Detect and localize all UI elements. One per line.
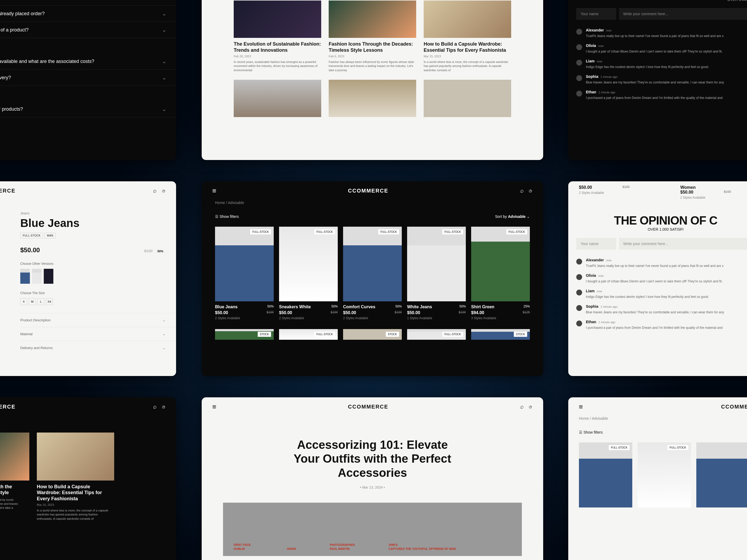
faq-item[interactable]: d browse products on the website? (0, 0, 176, 6)
review-text: TrueFit Jeans really live up to their na… (586, 34, 723, 38)
review-time: 1 minute ago (600, 75, 618, 78)
chevron-down-icon (162, 0, 166, 1)
stock-badge: STOCK (386, 332, 399, 337)
product-card[interactable]: STOCK (343, 329, 402, 340)
menu-icon[interactable] (578, 404, 584, 410)
product-card[interactable]: FULL-STOCK (407, 329, 466, 340)
reviewer-name: Ethan (586, 320, 596, 324)
avatar (576, 259, 582, 265)
styles-available: 2 Styles Available (579, 191, 629, 195)
product-card[interactable]: STOCK (215, 329, 274, 340)
product-card[interactable]: FULL-STOCKBlue Jeans50%$50.00$1002 Style… (215, 227, 274, 320)
chevron-down-icon (162, 74, 166, 81)
product-image: FULL-STOCK (279, 329, 338, 340)
faq-item[interactable]: olicy for products? (0, 101, 176, 117)
product-card[interactable]: STOCK (471, 329, 530, 340)
blog-image (234, 1, 321, 38)
price: $50.00 (215, 311, 228, 315)
stock-badge: FULL-STOCK (250, 229, 271, 234)
product-card[interactable]: FULL-STOCKComfort Curves50%$50.00$1002 S… (343, 227, 402, 320)
product-image: FULL-STOCK (638, 443, 691, 507)
logo[interactable]: MERCE (0, 188, 16, 194)
review-item: Ethan1 minute agoI purchased a pair of j… (568, 317, 747, 332)
breadcrumb-home[interactable]: Home (579, 416, 589, 421)
user-icon[interactable] (528, 188, 534, 194)
reviews-heading: THE OPINION OF C (568, 214, 747, 227)
logo[interactable]: CCOMMERCE (348, 188, 388, 194)
review-item: LiamnowIndigo Edge has the coolest denim… (568, 286, 747, 301)
accordion-description[interactable]: Product Description⌄ (20, 313, 176, 327)
review-item: Ethan1 minute agoI purchased a pair of j… (568, 87, 747, 102)
review-time: now (606, 29, 612, 32)
search-icon[interactable] (152, 188, 158, 194)
faq-item[interactable]: cel an already placed order? (0, 6, 176, 22)
logo[interactable]: CCOMMERCE (348, 404, 388, 410)
blog-card[interactable]: The Evolution of Sustainable Fashion: Tr… (234, 1, 321, 72)
search-icon[interactable] (519, 188, 525, 194)
reviewer-name: Ethan (586, 90, 596, 94)
logo[interactable]: CCOMMERCE (721, 404, 747, 410)
reviewer-name: Liam (586, 289, 595, 293)
blog-date: Mar 15, 2023 (424, 55, 511, 58)
blog-card[interactable] (329, 80, 416, 117)
product-card[interactable] (696, 443, 747, 507)
article-title: Accessorizing 101: Elevate Your Outfits … (287, 438, 458, 480)
variant-swatch[interactable] (20, 269, 30, 284)
name-input[interactable]: Your name (576, 238, 616, 249)
size-option[interactable]: M (29, 298, 36, 305)
product-card[interactable]: FULL-STOCKSneakers White50%$50.00$1002 S… (279, 227, 338, 320)
discount-pct: 50% (395, 304, 402, 309)
menu-icon[interactable] (211, 188, 217, 194)
faq-section: ges (0, 86, 176, 101)
user-icon[interactable] (528, 404, 534, 410)
user-icon[interactable] (161, 188, 166, 194)
avatar (576, 29, 582, 35)
product-image: FULL-STOCK (407, 227, 466, 301)
accordion-delivery[interactable]: Delivery and Returns⌄ (20, 341, 176, 355)
accordion-material[interactable]: Material⌄ (20, 327, 176, 341)
search-icon[interactable] (519, 404, 525, 409)
logo[interactable]: MERCE (0, 404, 16, 410)
show-filters-button[interactable]: ☰ Show filters (215, 214, 239, 219)
product-card[interactable]: FULL-STOCK (279, 329, 338, 340)
user-icon[interactable] (161, 404, 166, 410)
faq-item[interactable]: nal delivery? (0, 70, 176, 86)
product-card[interactable]: FULL-STOCK (579, 443, 632, 507)
product-card[interactable]: FULL-STOCK (638, 443, 691, 507)
sort-dropdown[interactable]: Sort by Advisable ⌄ (495, 214, 530, 219)
hero-label: PHOTOGRAPHER PAUL MARTIN (330, 543, 355, 551)
faq-item[interactable]: ns are available and what are the associ… (0, 53, 176, 70)
variant-swatch[interactable] (44, 269, 53, 284)
product-name: Sneakers White (279, 304, 311, 309)
product-card[interactable]: FULL-STOCKShirt Green25%$94.00$1253 Styl… (471, 227, 530, 320)
product-image: FULL-STOCK (343, 227, 402, 301)
search-icon[interactable] (152, 404, 158, 409)
styles-available: 2 Styles Available (680, 196, 731, 199)
size-option[interactable]: L (37, 298, 44, 305)
product-category: Jeans (20, 211, 176, 215)
variant-swatch[interactable] (32, 269, 42, 284)
menu-icon[interactable] (211, 404, 217, 410)
size-option[interactable]: X (20, 298, 27, 305)
blog-card[interactable] (424, 80, 511, 117)
breadcrumb-home[interactable]: Home (215, 201, 225, 205)
blog-date: Feb 6, 2023 (329, 55, 416, 58)
product-image (696, 443, 747, 507)
comment-input[interactable]: Write your comment here... (619, 238, 747, 249)
blog-card[interactable] (234, 80, 321, 117)
show-filters-button[interactable]: ☰ Show filters (579, 430, 603, 434)
name-input[interactable]: Your name (576, 8, 616, 20)
stock-badge: FULL-STOCK (442, 332, 463, 337)
review-time: 1 minute ago (598, 321, 616, 324)
size-option[interactable]: X4 (46, 298, 53, 305)
faq-item[interactable]: e stock of a product? (0, 22, 176, 38)
product-card[interactable]: FULL-STOCKWhite Jeans50%$50.00$1001 Styl… (407, 227, 466, 320)
blog-date: Feb 28, 2023 (234, 55, 321, 58)
styles-available: 2 Styles Available (343, 316, 402, 320)
blog-card[interactable]: Fashion Icons Through the Decades: Timel… (329, 1, 416, 72)
blog-card[interactable]: How to Build a Capsule Wardrobe: Essenti… (424, 1, 511, 72)
comment-input[interactable]: Write your comment here... (619, 8, 747, 20)
old-price: $100 (394, 311, 402, 315)
product-name: Blue Jeans (215, 304, 237, 309)
price: $50.00 (279, 311, 292, 315)
